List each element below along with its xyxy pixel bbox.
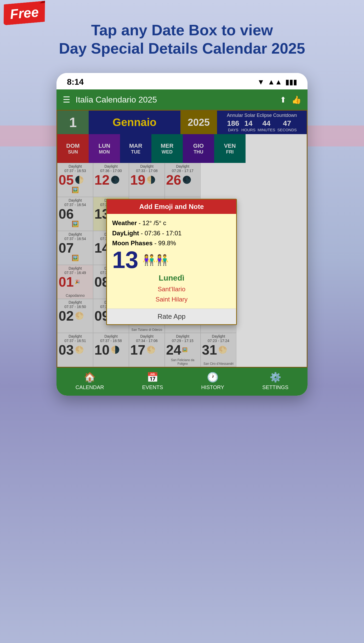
nav-calendar-label: CALENDAR: [76, 384, 104, 390]
heading-line2: Day Special Details Calendar 2025: [59, 40, 305, 57]
nav-history[interactable]: 🕐 HISTORY: [201, 372, 224, 390]
events-icon: 📅: [147, 372, 158, 383]
settings-icon: ⚙️: [270, 372, 281, 383]
popup-box: Add Emoji and Note Weather - 12° /5° c D…: [106, 199, 237, 325]
free-badge: Free: [2, 1, 47, 25]
rate-app-button[interactable]: Rate App: [107, 309, 236, 324]
popup-overlay: Add Emoji and Note Weather - 12° /5° c D…: [56, 110, 308, 368]
background-page: Free Tap any Date Box to view Day Specia…: [0, 0, 364, 643]
nav-settings[interactable]: ⚙️ SETTINGS: [262, 372, 288, 390]
nav-settings-label: SETTINGS: [262, 384, 288, 390]
bottom-nav: 🏠 CALENDAR 📅 EVENTS 🕐 HISTORY ⚙️ SETTING…: [56, 368, 308, 396]
history-icon: 🕐: [207, 372, 219, 383]
wifi-icon: ▼: [257, 78, 265, 86]
popup-saint-ita: Sant'Ilario: [112, 284, 231, 294]
battery-icon: ▮▮▮: [285, 78, 297, 86]
app-header: ☰ Italia Calendario 2025 ⬆ 👍: [56, 89, 308, 110]
share-icon[interactable]: ⬆: [280, 95, 286, 104]
app-title: Italia Calendario 2025: [76, 95, 275, 105]
nav-calendar[interactable]: 🏠 CALENDAR: [76, 372, 104, 390]
status-icons: ▼ ▲▲ ▮▮▮: [257, 78, 297, 86]
calendar-icon: 🏠: [84, 372, 96, 383]
nav-history-label: HISTORY: [201, 384, 224, 390]
nav-events-label: EVENTS: [142, 384, 163, 390]
main-heading: Tap any Date Box to view Day Special Det…: [48, 21, 315, 57]
popup-body: Weather - 12° /5° c DayLight - 07:36 - 1…: [107, 214, 236, 309]
nav-events[interactable]: 📅 EVENTS: [142, 372, 163, 390]
popup-header: Add Emoji and Note: [107, 200, 236, 214]
popup-saint-eng: Saint Hilary: [112, 294, 231, 304]
like-icon[interactable]: 👍: [292, 95, 301, 104]
popup-day-name: Lunedì: [112, 272, 231, 284]
menu-icon[interactable]: ☰: [63, 95, 70, 105]
status-time: 8:14: [67, 77, 84, 87]
calendar-wrapper: 1 Gennaio 2025 Annular Solar Eclipse Cou…: [56, 110, 308, 368]
signal-icon: ▲▲: [268, 78, 282, 86]
phone-mockup: 8:14 ▼ ▲▲ ▮▮▮ ☰ Italia Calendario 2025 ⬆…: [56, 73, 308, 396]
heading-line1: Tap any Date Box to view: [91, 21, 273, 38]
status-bar: 8:14 ▼ ▲▲ ▮▮▮: [56, 73, 308, 89]
